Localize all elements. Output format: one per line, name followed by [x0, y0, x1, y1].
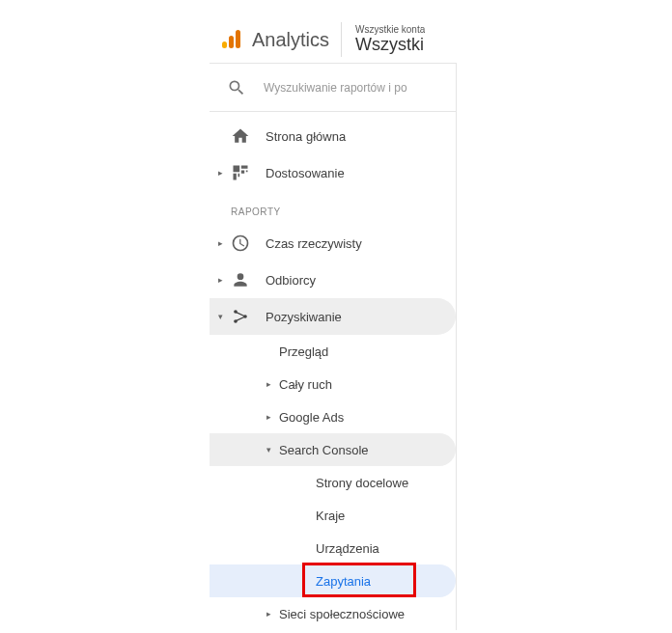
analytics-logo-icon [219, 28, 242, 51]
collapse-icon: ▾ [210, 312, 231, 321]
svg-rect-0 [222, 41, 227, 48]
account-selector[interactable]: Wszystkie konta Wszystki [355, 24, 425, 55]
expand-icon: ▸ [210, 275, 231, 285]
sub-sc-devices[interactable]: Urządzenia [210, 532, 456, 564]
nav-acquisition[interactable]: ▾ Pozyskiwanie [210, 298, 456, 335]
expand-icon: ▸ [210, 168, 231, 178]
sub-label: Urządzenia [316, 541, 379, 556]
sub-label: Google Ads [279, 410, 344, 425]
nav-label: Dostosowanie [266, 166, 345, 180]
search-placeholder: Wyszukiwanie raportów i po [264, 81, 407, 95]
expand-icon: ▸ [210, 412, 279, 422]
dashboard-icon [231, 163, 250, 182]
expand-icon: ▸ [210, 238, 231, 248]
nav-label: Odbiorcy [266, 273, 316, 288]
sub-label: Sieci społecznościowe [279, 607, 405, 621]
expand-icon: ▸ [210, 379, 279, 389]
nav-label: Strona główna [266, 129, 346, 144]
sub-overview[interactable]: Przegląd [210, 335, 456, 368]
sub-label: Zapytania [316, 574, 371, 589]
sub-google-ads[interactable]: ▸ Google Ads [210, 400, 456, 433]
nav-realtime[interactable]: ▸ Czas rzeczywisty [210, 225, 456, 261]
svg-rect-1 [229, 36, 234, 48]
sub-sc-landing[interactable]: Strony docelowe [210, 466, 456, 499]
nav-customize[interactable]: ▸ Dostosowanie [210, 154, 456, 191]
sub-search-console[interactable]: ▾ Search Console [210, 433, 456, 466]
search-icon [227, 78, 246, 97]
home-icon [231, 126, 250, 146]
sub-label: Cały ruch [279, 377, 332, 392]
nav-label: Pozyskiwanie [266, 310, 342, 324]
expand-icon: ▸ [210, 609, 279, 619]
nav-audience[interactable]: ▸ Odbiorcy [210, 261, 456, 298]
section-header-reports: RAPORTY [210, 191, 456, 225]
search-row[interactable]: Wyszukiwanie raportów i po [210, 64, 456, 112]
app-header: Analytics Wszystkie konta Wszystki [210, 16, 461, 63]
acquisition-icon [231, 307, 250, 326]
nav-label: Czas rzeczywisty [266, 236, 362, 251]
sub-label: Search Console [279, 443, 369, 457]
nav-home[interactable]: ▸ Strona główna [210, 118, 456, 154]
header-divider [341, 22, 342, 57]
sub-all-traffic[interactable]: ▸ Cały ruch [210, 368, 456, 400]
sub-sc-queries[interactable]: Zapytania [210, 564, 456, 597]
svg-rect-2 [236, 30, 240, 48]
account-top-label: Wszystkie konta [355, 24, 425, 35]
person-icon [231, 270, 250, 289]
clock-icon [231, 234, 250, 253]
sub-sc-countries[interactable]: Kraje [210, 499, 456, 532]
sidebar: Wyszukiwanie raportów i po ▸ Strona głów… [210, 63, 457, 630]
brand-name: Analytics [252, 29, 329, 51]
sub-label: Przegląd [279, 344, 328, 359]
sub-label: Kraje [316, 509, 345, 523]
collapse-icon: ▾ [210, 445, 279, 454]
account-bottom-label: Wszystki [355, 35, 425, 55]
sub-social[interactable]: ▸ Sieci społecznościowe [210, 597, 456, 630]
sub-label: Strony docelowe [316, 476, 408, 490]
